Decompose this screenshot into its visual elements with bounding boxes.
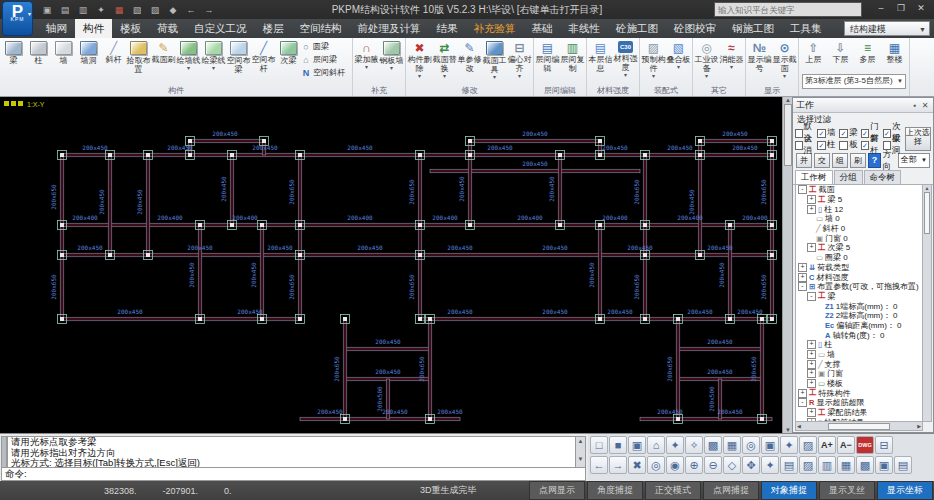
ribbon-tab-4[interactable]: 荷载	[149, 19, 186, 38]
tree-item-1[interactable]: -工截面	[796, 185, 922, 195]
layer-marker-icon[interactable]	[18, 101, 23, 106]
ribbon-tab-9[interactable]: 结果	[429, 19, 466, 38]
whole-building-icon[interactable]: ▩	[856, 456, 874, 474]
panel-tab-1[interactable]: 工作树	[795, 170, 833, 184]
mode-selector[interactable]: ▼ 结构建模	[844, 21, 930, 36]
close-icon[interactable]: ✕	[920, 101, 930, 110]
tree-expander-icon[interactable]: +	[798, 263, 807, 272]
member-edit-icon[interactable]: ▨	[799, 456, 817, 474]
column[interactable]	[298, 253, 302, 257]
floor-copy-icon[interactable]: ▥	[818, 456, 836, 474]
save-all-icon[interactable]: ▤	[58, 5, 72, 15]
column[interactable]	[146, 253, 150, 257]
status-toggle-3[interactable]: 正交模式	[645, 481, 701, 500]
pan-icon[interactable]: ✥	[742, 456, 760, 474]
zoom-extents-icon[interactable]: ◇	[723, 456, 741, 474]
tree-expander-icon[interactable]: +	[807, 408, 816, 417]
lamp-icon[interactable]: ✧	[685, 436, 703, 454]
ribbon-button-1-10[interactable]: 空间布梁	[226, 39, 251, 86]
tree-expander-icon[interactable]: +	[807, 243, 816, 252]
column[interactable]	[343, 317, 347, 321]
ribbon-button-3-1[interactable]: ✖构件删除▾	[407, 39, 432, 86]
beam[interactable]	[298, 155, 302, 319]
multi-floor-icon[interactable]: ▦	[837, 456, 855, 474]
ribbon-button-6-2[interactable]: ▧叠合板▾	[666, 39, 691, 86]
tree-item-8[interactable]: ▭圈梁 0	[796, 253, 922, 263]
checkbox-icon[interactable]: ✓	[817, 129, 826, 138]
beam[interactable]	[345, 347, 430, 351]
tree-expander-icon[interactable]: -	[798, 398, 807, 407]
view-shaded-icon[interactable]: ■	[609, 436, 627, 454]
ribbon-button-9-3[interactable]: ≡多层	[854, 39, 881, 73]
ribbon-button-1-4[interactable]: 墙洞	[76, 39, 101, 86]
filter-r2-1[interactable]: 全消	[795, 133, 817, 157]
beam[interactable]	[418, 155, 422, 319]
column[interactable]	[108, 253, 112, 257]
zoom-out-icon[interactable]: ⊖	[704, 456, 722, 474]
panel-tab-2[interactable]: 分组	[834, 170, 863, 184]
beam[interactable]	[108, 155, 112, 255]
beam[interactable]	[643, 155, 647, 319]
column[interactable]	[558, 223, 562, 227]
column[interactable]	[770, 153, 774, 157]
ribbon-button-5-2[interactable]: C30材料强度▾	[613, 39, 638, 86]
column[interactable]	[188, 153, 192, 157]
column[interactable]	[298, 317, 302, 321]
knowledge-search-input[interactable]	[714, 2, 862, 17]
column[interactable]	[146, 153, 150, 157]
open-icon[interactable]: ▥	[76, 5, 90, 15]
tree-item-19[interactable]: +╱支撑	[796, 359, 922, 369]
beam[interactable]	[598, 141, 602, 155]
back-view-icon[interactable]: ←	[590, 456, 608, 474]
render-icon[interactable]: ▩	[704, 436, 722, 454]
ribbon-tab-8[interactable]: 前处理及计算	[350, 19, 429, 38]
drawing-canvas[interactable]: 200x450200x450200x450200x450200x450200x4…	[0, 97, 783, 433]
beam[interactable]	[62, 153, 772, 157]
ribbon-button-1-12[interactable]: 次梁	[276, 39, 301, 86]
beam[interactable]	[470, 139, 600, 143]
beam[interactable]	[420, 317, 645, 321]
ribbon-button-7-1[interactable]: ◎工业设备▾	[694, 39, 719, 86]
tree-item-17[interactable]: +▯柱	[796, 340, 922, 350]
ribbon-small-button-2[interactable]: ⌂层间梁	[301, 54, 351, 66]
ribbon-small-button-3[interactable]: N空间斜杆	[301, 67, 351, 79]
column[interactable]	[260, 223, 264, 227]
tree-item-11[interactable]: -⊞布置参数(可改，可拖拽布置)	[796, 282, 922, 292]
ribbon-button-1-3[interactable]: 墙	[51, 39, 76, 86]
column[interactable]	[598, 153, 602, 157]
column[interactable]	[60, 223, 64, 227]
tree-item-20[interactable]: +▣门窗	[796, 369, 922, 379]
column[interactable]	[770, 139, 774, 143]
ribbon-tab-10[interactable]: 补充验算	[466, 19, 524, 38]
column[interactable]	[60, 253, 64, 257]
status-toggle-7[interactable]: 显示坐标	[877, 481, 933, 500]
column[interactable]	[558, 153, 562, 157]
undo-icon[interactable]: ←	[184, 5, 198, 15]
floor-selector-dropdown[interactable]: ▼第3标准层 (第3-5自然层)	[802, 74, 906, 89]
column[interactable]	[108, 153, 112, 157]
tree-vertical-scrollbar[interactable]: ▲	[922, 184, 932, 422]
forward-view-icon[interactable]: →	[609, 456, 627, 474]
settings-list-icon[interactable]: ▤	[894, 456, 912, 474]
last-selection-button[interactable]: 上次选择	[905, 127, 931, 151]
ribbon-tab-13[interactable]: 砼施工图	[608, 19, 666, 38]
column[interactable]	[676, 317, 680, 321]
ribbon-button-2-1[interactable]: ∩梁加腋▾	[354, 39, 379, 86]
column[interactable]	[188, 139, 192, 143]
status-toggle-5[interactable]: 对象捕捉	[761, 481, 817, 500]
beam[interactable]	[676, 319, 680, 419]
column[interactable]	[728, 317, 732, 321]
zoom-object-icon[interactable]: ◉	[666, 456, 684, 474]
beam[interactable]	[760, 319, 764, 419]
structural-plan-svg[interactable]: 200x450200x450200x450200x450200x450200x4…	[0, 97, 782, 433]
column[interactable]	[770, 317, 774, 321]
layer-marker-icon[interactable]	[4, 101, 9, 106]
ribbon-button-2-2[interactable]: 钢板墙▾	[379, 39, 404, 86]
ribbon-button-8-2[interactable]: ⊙显示截面▾	[772, 39, 797, 86]
region-icon[interactable]: ▣	[761, 436, 779, 454]
ribbon-button-1-1[interactable]: 梁	[1, 39, 26, 86]
beam[interactable]	[598, 225, 602, 319]
column[interactable]	[230, 223, 234, 227]
column[interactable]	[298, 153, 302, 157]
checkbox-icon[interactable]	[795, 141, 803, 150]
